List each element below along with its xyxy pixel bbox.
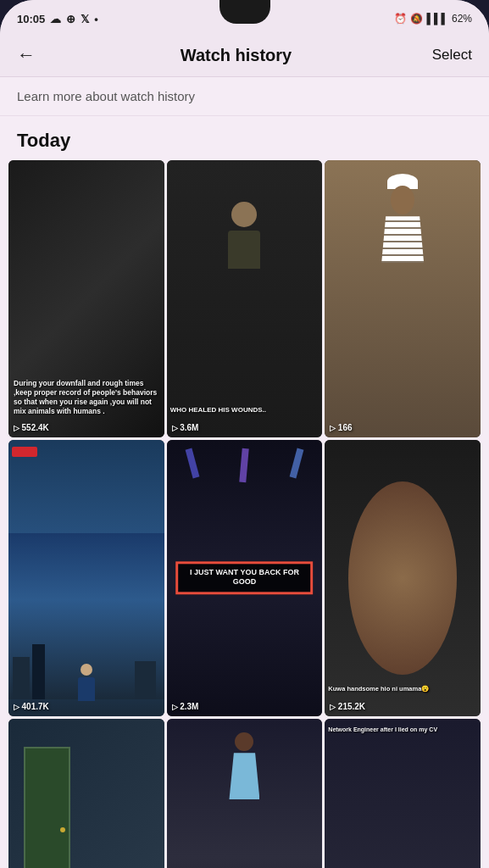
wifi-icon: ⊕	[66, 13, 75, 25]
cloud-icon: ☁	[50, 13, 61, 25]
video-grid: During your downfall and rough times ,ke…	[0, 160, 489, 868]
video-thumb-4[interactable]: 401.7K	[8, 440, 164, 717]
watch-history-info-link[interactable]: Learn more about watch history	[0, 77, 489, 116]
video-text-6: Kuwa handsome hio ni umama😮	[328, 685, 477, 693]
select-button[interactable]: Select	[421, 47, 472, 64]
video-top-text-9: Network Engineer after I lied on my CV	[328, 726, 477, 733]
video-count-3: 166	[330, 423, 352, 432]
video-count-6: 215.2K	[330, 702, 365, 711]
status-left: 10:05 ☁ ⊕ 𝕏 •	[17, 13, 98, 25]
video-count-1: 552.4K	[14, 423, 49, 432]
man-figure-2	[228, 202, 260, 269]
video-count-5: 2.3M	[172, 702, 199, 711]
twitter-icon: 𝕏	[81, 13, 89, 25]
video-thumb-9[interactable]: Network Engineer after I lied on my CV 2…	[325, 719, 481, 868]
video-thumb-3[interactable]: 166	[325, 160, 481, 437]
video-text-2: WHO HEALED HIS WOUNDS..	[170, 406, 320, 414]
video-count-4: 401.7K	[14, 702, 49, 711]
back-button[interactable]: ←	[17, 44, 51, 66]
woman-portrait	[381, 174, 424, 263]
alarm-icon: ⏰	[394, 13, 407, 25]
video-thumb-7[interactable]	[8, 719, 164, 868]
video-thumb-5[interactable]: I JUST WANT YOU BACK FOR GOOD 2.3M	[167, 440, 323, 717]
signal-icon: ▌▌▌	[426, 13, 448, 25]
thumb-bg-9	[325, 719, 481, 868]
person-city	[78, 664, 95, 701]
video-center-text-5: I JUST WANT YOU BACK FOR GOOD	[176, 561, 314, 594]
video-thumb-6[interactable]: Kuwa handsome hio ni umama😮 215.2K	[325, 440, 481, 717]
face-container	[325, 440, 481, 717]
page-title: Watch history	[51, 46, 421, 65]
app-header: ← Watch history Select	[0, 34, 489, 77]
thumb-overlay-1: During your downfall and rough times ,ke…	[8, 160, 164, 437]
dot-icon: •	[94, 13, 98, 25]
door-frame	[24, 747, 70, 868]
phone-frame: 10:05 ☁ ⊕ 𝕏 • ⏰ 🔕 ▌▌▌ 62% ← Watch histor…	[0, 0, 489, 868]
camera-notch	[219, 0, 270, 24]
video-text-1: During your downfall and rough times ,ke…	[14, 379, 159, 416]
video-thumb-2[interactable]: WHO HEALED HIS WOUNDS.. 3.6M	[167, 160, 323, 437]
video-thumb-8[interactable]: Bakusimia hii Kenya ukipata tu mchana mm…	[167, 719, 323, 868]
video-count-2: 3.6M	[172, 423, 199, 432]
police-car	[12, 447, 37, 457]
mute-icon: 🔕	[410, 13, 423, 25]
battery-label: 62%	[452, 13, 472, 25]
woman-blue	[229, 732, 259, 799]
status-right: ⏰ 🔕 ▌▌▌ 62%	[394, 13, 472, 25]
today-section-title: Today	[0, 116, 489, 160]
video-thumb-1[interactable]: During your downfall and rough times ,ke…	[8, 160, 164, 437]
time-display: 10:05	[17, 13, 45, 25]
stage-lights	[167, 448, 323, 482]
content-area: Learn more about watch history Today Dur…	[0, 77, 489, 868]
